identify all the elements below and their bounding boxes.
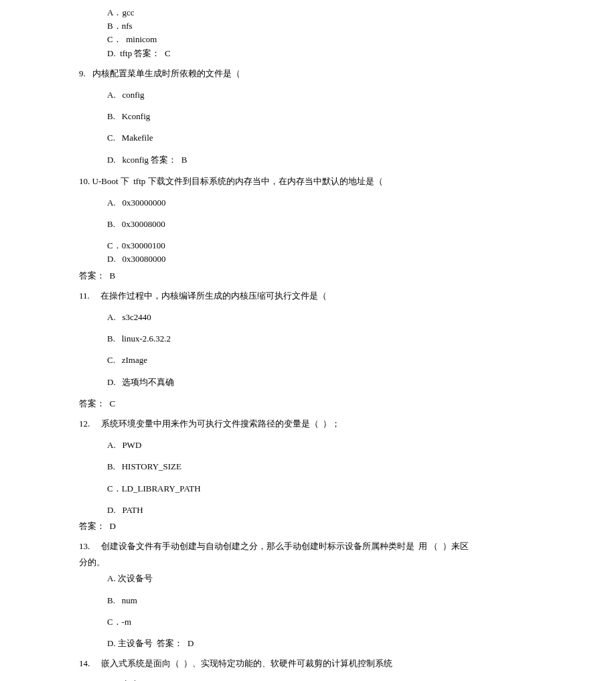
q11-option-b: B. linux-2.6.32.2 [0, 333, 616, 345]
q10-answer: 答案： B [0, 270, 616, 282]
q12-option-b: B. HISTORY_SIZE [0, 461, 616, 473]
q13-text-1: 13. 创建设备文件有手动创建与自动创建之分，那么手动创建时标示设备所属种类时是… [0, 540, 616, 552]
q10-option-d: D. 0x30080000 [0, 253, 616, 265]
q12-option-d: D. PATH [0, 504, 616, 516]
q9-option-b: B. Kconfig [0, 110, 616, 123]
q14-text: 14. 嵌入式系统是面向（ ）、实现特定功能的、软硬件可裁剪的计算机控制系统 [0, 658, 616, 670]
q10-text: 10. U-Boot 下 tftp 下载文件到目标系统的内存当中，在内存当中默认… [0, 175, 616, 187]
q9-option-a: A. config [0, 89, 616, 101]
q10-option-c: C．0x30000100 [0, 240, 616, 252]
q13-text-2: 分的。 [0, 556, 616, 569]
q11-option-a: A. s3c2440 [0, 311, 616, 323]
q12-text: 12. 系统环境变量中用来作为可执行文件搜索路径的变量是（ ）； [0, 418, 616, 430]
document-page: A．gcc B．nfs C． minicom D. tftp 答案： C 9. … [0, 0, 616, 681]
q11-answer: 答案： C [0, 398, 616, 410]
q8-option-a: A．gcc [0, 7, 616, 19]
q9-text: 9. 内核配置菜单生成时所依赖的文件是（ [0, 68, 616, 80]
q8-option-d: D. tftp 答案： C [0, 48, 616, 60]
q10-option-b: B. 0x30008000 [0, 218, 616, 230]
q13-option-d: D. 主设备号 答案： D [0, 637, 616, 650]
q12-option-a: A. PWD [0, 439, 616, 451]
q9-option-d: D. kconfig 答案： B [0, 154, 616, 166]
q10-option-a: A. 0x30000000 [0, 197, 616, 209]
q8-option-c: C． minicom [0, 33, 616, 46]
q13-option-c: C．-m [0, 616, 616, 628]
q11-text: 11. 在操作过程中，内核编译所生成的内核压缩可执行文件是（ [0, 290, 616, 302]
q13-option-b: B. num [0, 595, 616, 607]
q13-option-a: A. 次设备号 [0, 573, 616, 585]
q12-answer: 答案： D [0, 520, 616, 532]
q11-option-d: D. 选项均不真确 [0, 376, 616, 388]
q9-option-c: C. Makefile [0, 132, 616, 144]
q8-option-b: B．nfs [0, 20, 616, 32]
q11-option-c: C. zImage [0, 354, 616, 366]
q12-option-c: C．LD_LIBRARY_PATH [0, 483, 616, 495]
